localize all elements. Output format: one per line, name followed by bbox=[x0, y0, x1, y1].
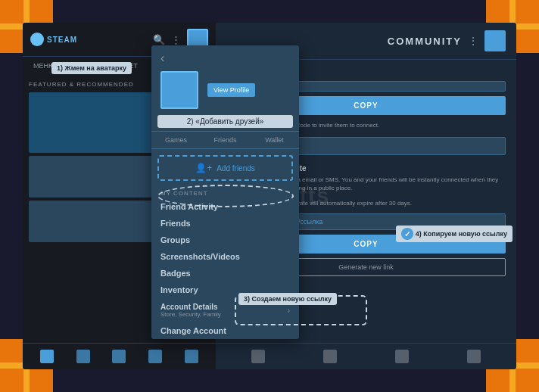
step3-annotation: 3) Создаем новую ссылку bbox=[238, 293, 337, 305]
steam-icon bbox=[30, 33, 44, 46]
steam-title: STEAM bbox=[47, 36, 77, 44]
add-friends-label: Add friends bbox=[217, 164, 255, 173]
view-profile-button[interactable]: View Profile bbox=[207, 83, 255, 97]
left-bottom-nav bbox=[23, 343, 216, 369]
add-friends-button[interactable]: 👤+ Add friends bbox=[157, 155, 293, 181]
comm-grid-icon[interactable] bbox=[323, 350, 337, 363]
step4-text: 4) Копируем новую ссылку bbox=[416, 230, 507, 238]
friends-tab[interactable]: Friends bbox=[201, 132, 250, 148]
games-tab[interactable]: Games bbox=[151, 132, 201, 148]
account-details-title: Account Details bbox=[160, 303, 221, 311]
account-details-arrow: › bbox=[288, 306, 290, 315]
comm-bell-icon[interactable] bbox=[467, 350, 481, 363]
community-avatar bbox=[484, 30, 506, 51]
friends-item[interactable]: Friends bbox=[151, 215, 299, 232]
badges-item[interactable]: Badges bbox=[151, 265, 299, 282]
groups-item[interactable]: Groups bbox=[151, 232, 299, 248]
profile-section: View Profile bbox=[151, 71, 299, 115]
grid-nav-icon[interactable] bbox=[76, 350, 90, 363]
mini-tabs: Games Friends Wallet bbox=[151, 131, 299, 149]
bell-nav-icon[interactable] bbox=[148, 350, 162, 363]
checkmark-icon: ✓ bbox=[401, 228, 413, 240]
tag-nav-icon[interactable] bbox=[40, 350, 54, 363]
wallet-tab-mini[interactable]: Wallet bbox=[250, 132, 299, 148]
more-icon[interactable]: ⋮ bbox=[171, 34, 181, 45]
community-more-icon[interactable]: ⋮ bbox=[468, 35, 478, 47]
heart-nav-icon[interactable] bbox=[112, 350, 126, 363]
step1-annotation: 1) Жмем на аватарку bbox=[51, 62, 132, 74]
comm-heart-icon[interactable] bbox=[395, 350, 409, 363]
change-account-item[interactable]: Change Account bbox=[151, 322, 299, 339]
step4-annotation: ✓ 4) Копируем новую ссылку bbox=[396, 226, 513, 242]
step2-annotation: 2) «Добавить друзей» bbox=[157, 115, 293, 128]
account-details-subtitle: Store, Security, Family bbox=[160, 311, 221, 318]
community-bottom-nav bbox=[216, 343, 516, 369]
friend-activity-item[interactable]: Friend Activity bbox=[151, 198, 299, 215]
comm-tag-icon[interactable] bbox=[251, 350, 265, 363]
profile-avatar bbox=[160, 71, 198, 109]
search-icon[interactable]: 🔍 bbox=[153, 34, 165, 45]
my-content-label: MY CONTENT bbox=[151, 187, 299, 198]
add-friends-icon: 👤+ bbox=[195, 163, 212, 173]
menu-nav-icon[interactable] bbox=[185, 350, 198, 363]
back-button[interactable]: ‹ bbox=[151, 45, 299, 71]
community-title: COMMUNITY bbox=[388, 36, 462, 47]
screenshots-item[interactable]: Screenshots/Videos bbox=[151, 248, 299, 265]
steam-logo: STEAM bbox=[30, 33, 77, 46]
